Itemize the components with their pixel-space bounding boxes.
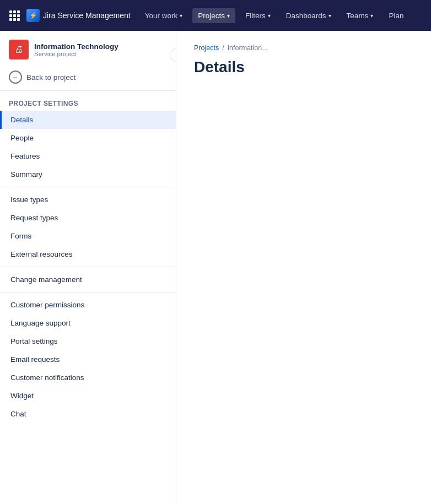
sidebar-item-people[interactable]: People [0, 129, 176, 147]
layout: 🖨 Information Technology Service project… [0, 31, 431, 504]
breadcrumb-current: Information... [228, 44, 268, 52]
project-avatar: 🖨 [9, 40, 29, 59]
sidebar-divider-3 [0, 292, 176, 292]
sidebar-item-change-management[interactable]: Change management [0, 270, 176, 289]
sidebar-item-widget[interactable]: Widget [0, 387, 176, 405]
project-type: Service project [34, 51, 118, 57]
sidebar: 🖨 Information Technology Service project… [0, 31, 176, 504]
project-info: Information Technology Service project [34, 42, 118, 57]
nav-filters[interactable]: Filters ▾ [240, 8, 276, 23]
sidebar-item-chat[interactable]: Chat [0, 405, 176, 423]
sidebar-item-issue-types[interactable]: Issue types [0, 191, 176, 209]
sidebar-section-title: Project settings [0, 93, 176, 111]
nav-your-work[interactable]: Your work ▾ [139, 8, 188, 23]
app-logo[interactable]: ⚡ Jira Service Management [26, 9, 131, 22]
project-header: 🖨 Information Technology Service project [0, 31, 176, 66]
sidebar-item-email-requests[interactable]: Email requests [0, 350, 176, 368]
page-title: Details [194, 58, 413, 76]
sidebar-item-details[interactable]: Details [0, 111, 176, 129]
breadcrumb-separator: / [222, 44, 224, 52]
chevron-icon: ▾ [370, 13, 373, 19]
back-icon: ← [9, 71, 22, 84]
back-to-project[interactable]: ← Back to project [0, 66, 176, 91]
sidebar-item-features[interactable]: Features [0, 147, 176, 165]
breadcrumb: Projects / Information... [194, 44, 413, 52]
sidebar-item-external-resources[interactable]: External resources [0, 245, 176, 263]
sidebar-item-customer-notifications[interactable]: Customer notifications [0, 368, 176, 387]
chevron-icon: ▾ [180, 13, 182, 19]
sidebar-item-request-types[interactable]: Request types [0, 209, 176, 227]
sidebar-divider-2 [0, 267, 176, 267]
chevron-icon: ▾ [268, 13, 271, 19]
nav-projects[interactable]: Projects ▾ [192, 8, 235, 23]
nav-teams[interactable]: Teams ▾ [341, 8, 379, 23]
topnav: ⚡ Jira Service Management Your work ▾ Pr… [0, 0, 431, 31]
sidebar-item-summary[interactable]: Summary [0, 165, 176, 183]
main-content: Projects / Information... Details [176, 31, 431, 504]
project-name: Information Technology [34, 42, 118, 51]
nav-dashboards[interactable]: Dashboards ▾ [281, 8, 337, 23]
breadcrumb-projects[interactable]: Projects [194, 44, 219, 52]
nav-plan[interactable]: Plan [383, 8, 409, 23]
app-name: Jira Service Management [43, 11, 131, 20]
grid-icon[interactable] [7, 8, 22, 23]
sidebar-divider-1 [0, 187, 176, 187]
chevron-icon: ▾ [227, 13, 230, 19]
sidebar-item-customer-permissions[interactable]: Customer permissions [0, 296, 176, 314]
logo-icon: ⚡ [26, 9, 40, 22]
sidebar-item-forms[interactable]: Forms [0, 227, 176, 245]
chevron-icon: ▾ [328, 13, 331, 19]
sidebar-item-portal-settings[interactable]: Portal settings [0, 332, 176, 350]
sidebar-item-language-support[interactable]: Language support [0, 314, 176, 332]
